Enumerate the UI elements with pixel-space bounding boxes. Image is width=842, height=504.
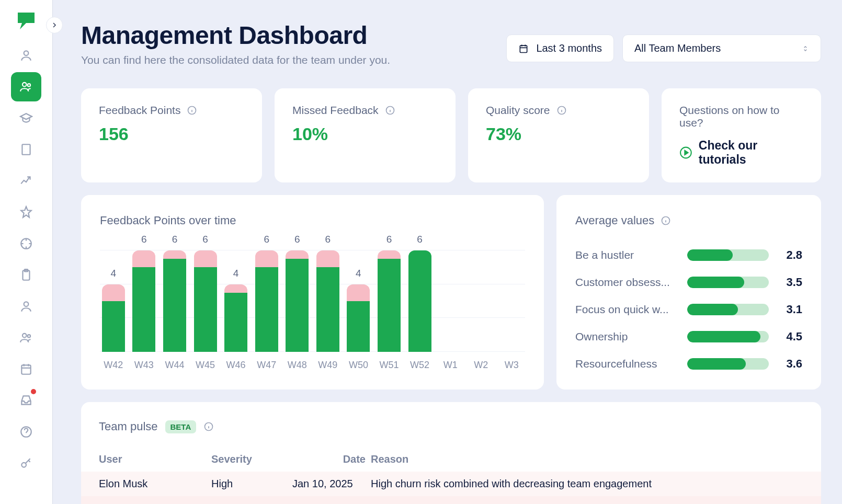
sidebar-item-user[interactable] — [11, 292, 41, 321]
col-date-header: Date — [292, 453, 371, 465]
tutorial-link[interactable]: Check our tutorials — [679, 139, 803, 167]
col-user-header: User — [99, 453, 211, 465]
sidebar-item-people[interactable] — [11, 323, 41, 352]
team-pulse-card: Team pulse BETA User Severity Date Reaso… — [81, 402, 821, 504]
value-row: Resourcefulness3.6 — [575, 357, 802, 371]
team-filter-label: All Team Members — [634, 42, 721, 54]
stats-row: Feedback Points 156 Missed Feedback 10% … — [81, 88, 821, 182]
cell-date: Jan 10, 2025 — [292, 478, 371, 490]
value-row: Focus on quick w...3.1 — [575, 303, 802, 316]
chart-bar: 4W42 — [100, 250, 127, 352]
sidebar-item-key[interactable] — [11, 449, 41, 478]
cell-severity: High — [211, 478, 292, 490]
pulse-row[interactable]: Elon MuskHighJan 10, 2025High churn risk… — [81, 472, 821, 496]
pulse-table: User Severity Date Reason Elon MuskHighJ… — [81, 447, 821, 504]
info-icon[interactable] — [203, 421, 214, 432]
chevron-updown-icon — [802, 44, 809, 53]
stat-value: 73% — [486, 124, 631, 144]
info-icon[interactable] — [187, 105, 197, 116]
chart-bar: 6W43 — [131, 250, 158, 352]
chart-bar: 6W49 — [314, 250, 342, 352]
tutorial-question: Questions on how to use? — [679, 104, 803, 129]
chart-bar: 6W48 — [283, 250, 311, 352]
col-severity-header: Severity — [211, 453, 292, 465]
chart-bar: W3 — [498, 250, 526, 352]
value-name: Ownership — [575, 330, 675, 343]
svg-point-1 — [22, 83, 27, 87]
value-name: Resourcefulness — [575, 358, 675, 370]
team-filter-dropdown[interactable]: All Team Members — [622, 35, 821, 62]
chart-card: Feedback Points over time 4W426W436W446W… — [81, 195, 544, 390]
sidebar-item-calendar[interactable] — [11, 354, 41, 384]
sidebar-item-target[interactable] — [11, 229, 41, 258]
date-filter-dropdown[interactable]: Last 3 months — [506, 35, 614, 62]
chart-bar: 6W51 — [376, 250, 403, 352]
svg-point-2 — [28, 84, 30, 86]
value-row: Ownership4.5 — [575, 330, 802, 343]
sidebar-item-favorites[interactable] — [11, 198, 41, 227]
sidebar-item-clipboard[interactable] — [11, 260, 41, 290]
info-icon[interactable] — [661, 215, 671, 226]
value-bar — [687, 277, 769, 288]
chart-bar: 6W44 — [161, 250, 188, 352]
page-title: Management Dashboard — [81, 21, 390, 50]
value-bar — [687, 304, 769, 315]
chart-bar: 6W45 — [192, 250, 219, 352]
value-row: Be a hustler2.8 — [575, 248, 802, 262]
main-content: Management Dashboard You can find here t… — [81, 0, 842, 504]
sidebar-item-building[interactable] — [11, 135, 41, 164]
app-logo — [14, 8, 39, 33]
value-score: 3.1 — [781, 303, 802, 316]
svg-point-26 — [21, 463, 26, 467]
value-score: 3.6 — [781, 357, 802, 371]
sidebar-divider — [52, 0, 53, 504]
stat-label: Feedback Points — [99, 104, 180, 117]
beta-badge: BETA — [165, 420, 197, 433]
value-bar — [687, 358, 769, 370]
sidebar-item-team[interactable] — [11, 72, 41, 101]
play-icon — [679, 146, 692, 159]
value-score: 2.8 — [781, 248, 802, 262]
stat-value: 156 — [99, 124, 244, 144]
sidebar-item-help[interactable] — [11, 417, 41, 446]
calendar-icon — [518, 43, 529, 54]
stat-card-feedback-points: Feedback Points 156 — [81, 88, 262, 182]
averages-title: Average values — [575, 214, 654, 227]
info-icon[interactable] — [556, 105, 567, 116]
chart-bar: W2 — [468, 250, 495, 352]
chart-bar: 4W46 — [222, 250, 249, 352]
pulse-table-header: User Severity Date Reason — [81, 447, 821, 472]
chevron-right-icon — [50, 21, 59, 29]
expand-sidebar-button[interactable] — [46, 17, 63, 33]
tutorial-card: Questions on how to use? Check our tutor… — [662, 88, 821, 182]
svg-rect-3 — [22, 144, 30, 155]
value-bar — [687, 249, 769, 261]
sidebar — [0, 0, 52, 504]
date-filter-label: Last 3 months — [536, 42, 602, 54]
sidebar-item-trends[interactable] — [11, 166, 41, 196]
sidebar-item-inbox[interactable] — [11, 386, 41, 415]
stat-card-quality-score: Quality score 73% — [468, 88, 649, 182]
svg-point-19 — [28, 335, 30, 337]
notification-dot — [31, 389, 36, 394]
cell-user: Elon Musk — [99, 478, 211, 490]
pulse-title: Team pulse — [99, 420, 158, 433]
chart-bar: 6W52 — [406, 250, 434, 352]
sidebar-item-education[interactable] — [11, 104, 41, 133]
page-subtitle: You can find here the consolidated data … — [81, 54, 390, 66]
col-reason-header: Reason — [371, 453, 803, 465]
feedback-chart: 4W426W436W446W454W466W476W486W494W506W51… — [100, 250, 525, 371]
stat-label: Missed Feedback — [292, 104, 379, 117]
stat-value: 10% — [292, 124, 438, 144]
stat-label: Quality score — [486, 104, 550, 117]
svg-rect-27 — [520, 45, 527, 52]
chart-title: Feedback Points over time — [100, 214, 525, 227]
svg-rect-20 — [21, 365, 30, 374]
value-row: Customer obsess...3.5 — [575, 276, 802, 289]
svg-point-0 — [24, 51, 29, 55]
chart-bar: W1 — [437, 250, 464, 352]
cell-reason: High churn risk combined with decreasing… — [371, 478, 803, 490]
pulse-row[interactable]: Mark ZuckerbergHighJan 12, 2025Notable d… — [81, 496, 821, 504]
info-icon[interactable] — [385, 105, 395, 116]
sidebar-item-profile[interactable] — [11, 41, 41, 70]
